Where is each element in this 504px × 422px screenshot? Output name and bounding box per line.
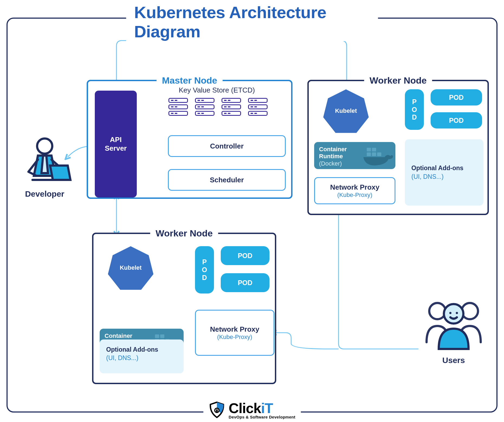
network-proxy-2: Network Proxy (Kube-Proxy) (195, 310, 274, 356)
etcd-stack-icon (195, 98, 214, 121)
worker-node-2-title: Worker Node (150, 228, 218, 239)
pod-2-h2: POD (221, 273, 269, 292)
scheduler-label: Scheduler (210, 176, 244, 184)
developer-icon: Developer (15, 135, 74, 199)
logo-name-a: Click (229, 400, 261, 416)
logo-name-b: iT (261, 400, 273, 416)
etcd-stack-icon (222, 98, 241, 121)
netproxy-2-label: Network Proxy (210, 325, 259, 334)
shield-icon (209, 401, 225, 418)
users-icon: Users (418, 296, 489, 365)
addons-1: Optional Add-ons (UI, DNS...) (405, 139, 483, 206)
svg-rect-3 (367, 153, 371, 156)
etcd-stack-icon (168, 98, 188, 121)
svg-point-15 (444, 304, 463, 324)
kubelet-2: Kubelet (107, 245, 154, 291)
api-server: API Server (95, 91, 137, 197)
svg-rect-1 (367, 148, 371, 151)
addons-2-label: Optional Add-ons (106, 345, 177, 354)
controller-box: Controller (168, 135, 286, 157)
netproxy-1-label: Network Proxy (330, 183, 379, 192)
svg-rect-2 (372, 148, 376, 151)
pod-1-h2: POD (431, 112, 482, 128)
docker-icon (362, 145, 393, 166)
pod-2-vertical: P O D (195, 246, 214, 294)
worker-node-1-title: Worker Node (364, 75, 432, 86)
etcd-stack-icon (248, 98, 268, 121)
kubelet-1-label: Kubelet (335, 107, 357, 114)
kubelet-2-label: Kubelet (120, 264, 142, 271)
network-proxy-1: Network Proxy (Kube-Proxy) (314, 177, 395, 204)
svg-rect-4 (372, 153, 376, 156)
netproxy-2-sub: (Kube-Proxy) (217, 334, 252, 341)
pod-2-h1: POD (221, 246, 269, 265)
addons-1-sub: (UI, DNS...) (411, 173, 477, 181)
developer-label: Developer (15, 189, 74, 199)
netproxy-1-sub: (Kube-Proxy) (337, 192, 372, 199)
addons-1-label: Optional Add-ons (411, 164, 477, 172)
svg-point-16 (449, 312, 451, 314)
svg-rect-7 (155, 334, 159, 338)
svg-rect-19 (216, 409, 217, 412)
master-node-title: Master Node (157, 75, 223, 86)
pod-1-h1: POD (431, 89, 482, 106)
svg-point-17 (456, 312, 458, 314)
kubelet-1: Kubelet (322, 88, 370, 134)
scheduler-box: Scheduler (168, 169, 286, 191)
brand-logo: ClickiT DevOps & Software Development (203, 400, 301, 419)
svg-rect-8 (160, 334, 164, 338)
users-label: Users (418, 356, 489, 365)
page-title: Kubernetes Architecture Diagram (126, 3, 378, 41)
addons-2-sub: (UI, DNS...) (106, 354, 177, 362)
container-runtime-1: Container Runtime (Docker) (314, 142, 395, 169)
pod-1-vertical: P O D (405, 89, 424, 130)
etcd-label: Key Value Store (ETCD) (179, 86, 255, 94)
svg-point-13 (429, 303, 446, 319)
svg-rect-5 (377, 153, 381, 156)
logo-tagline: DevOps & Software Development (229, 415, 295, 419)
svg-point-14 (462, 303, 478, 319)
svg-point-12 (37, 139, 52, 154)
controller-label: Controller (210, 142, 243, 150)
addons-2: Optional Add-ons (UI, DNS...) (100, 339, 184, 373)
